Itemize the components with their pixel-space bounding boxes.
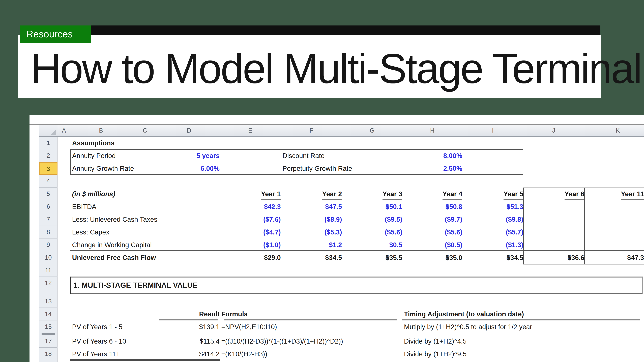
cell-I10[interactable]: $34.5 <box>462 251 529 264</box>
cell-G7[interactable]: ($9.5) <box>342 213 408 226</box>
cell-H7[interactable]: ($9.7) <box>402 213 468 226</box>
cell-B17-pv-6-10-label[interactable]: PV of Years 6 - 10 <box>70 335 133 348</box>
cell-K10-year11-ufcf[interactable]: $47.3 <box>584 251 644 264</box>
cell-D17-pv-6-10-result[interactable]: $115.4 <box>158 335 225 348</box>
cell-H6[interactable]: $50.8 <box>402 200 468 213</box>
cell-H17-pv-6-10-timing[interactable]: Divide by (1+H2)^4.5 <box>402 335 464 348</box>
cell-B7-taxes-label[interactable]: Less: Unlevered Cash Taxes <box>70 213 133 226</box>
cell-F2-discount-rate-label[interactable]: Discount Rate <box>281 149 344 162</box>
cell-I5-year5[interactable]: Year 5 <box>462 188 526 200</box>
cell-B9-wc-label[interactable]: Change in Working Capital <box>70 238 133 251</box>
cell-E15-pv-1-5-formula[interactable]: =NPV(H2,E10:I10) <box>220 320 282 333</box>
cell-J10-year6-ufcf[interactable]: $36.6 <box>523 251 590 264</box>
row-header-13[interactable]: 13 <box>39 295 58 308</box>
cell-B15-pv-1-5-label[interactable]: PV of Years 1 - 5 <box>70 320 133 333</box>
cell-K5-year11[interactable]: Year 11 <box>584 188 644 200</box>
cell-D2-annuity-period-value[interactable]: 5 years <box>158 149 226 162</box>
hidden-row-16-mark <box>42 333 55 334</box>
column-header-I[interactable]: I <box>462 125 524 136</box>
cell-D3-annuity-growth-value[interactable]: 6.00% <box>158 162 226 175</box>
cell-H18-pv-11-timing[interactable]: Divide by (1+H2)^9.5 <box>402 348 464 360</box>
cell-J5-year6[interactable]: Year 6 <box>523 188 587 200</box>
column-header-G[interactable]: G <box>342 125 402 136</box>
row-header-4[interactable]: 4 <box>39 175 58 188</box>
cell-E5-year1[interactable]: Year 1 <box>220 188 283 200</box>
cell-I9[interactable]: ($1.3) <box>462 238 529 251</box>
cell-F3-perpetuity-growth-label[interactable]: Perpetuity Growth Rate <box>281 162 344 175</box>
cell-E9[interactable]: ($1.0) <box>220 238 286 251</box>
cell-I6[interactable]: $51.3 <box>462 200 529 213</box>
cell-G6[interactable]: $50.1 <box>342 200 408 213</box>
column-header-C[interactable]: C <box>132 125 158 136</box>
formula-header-underline <box>224 319 397 320</box>
cell-H10[interactable]: $35.0 <box>402 251 468 264</box>
column-header-A[interactable]: A <box>58 125 70 136</box>
cell-H2-discount-rate-value[interactable]: 8.00% <box>402 149 468 162</box>
cell-B18-pv-11-label[interactable]: PV of Years 11+ <box>70 348 133 360</box>
cell-E10[interactable]: $29.0 <box>220 251 286 264</box>
row-header-15[interactable]: 15 <box>39 320 58 333</box>
sum-row-top-border <box>70 359 220 361</box>
select-all-corner[interactable] <box>39 125 58 136</box>
column-header-B[interactable]: B <box>70 125 132 136</box>
column-header-D[interactable]: D <box>158 125 220 136</box>
cell-I7[interactable]: ($9.8) <box>462 213 529 226</box>
row-header-12[interactable]: 12 <box>39 277 58 295</box>
cell-G5-year3[interactable]: Year 3 <box>342 188 405 200</box>
select-all-triangle-icon <box>50 129 56 135</box>
column-header-H[interactable]: H <box>402 125 462 136</box>
row-header-17[interactable]: 17 <box>39 335 58 348</box>
cell-B10-ufcf-label[interactable]: Unlevered Free Cash Flow <box>70 251 133 264</box>
cell-B3-annuity-growth-label[interactable]: Annuity Growth Rate <box>70 162 133 175</box>
row-header-3-selected[interactable]: 3 <box>39 162 58 175</box>
cell-F10[interactable]: $34.5 <box>281 251 348 264</box>
cell-E7[interactable]: ($7.6) <box>220 213 286 226</box>
cell-G8[interactable]: ($5.6) <box>342 226 408 238</box>
row-header-6[interactable]: 6 <box>39 200 58 213</box>
cell-G9[interactable]: $0.5 <box>342 238 408 251</box>
column-header-E[interactable]: E <box>220 125 281 136</box>
cell-H8[interactable]: ($5.6) <box>402 226 468 238</box>
column-header-J[interactable]: J <box>523 125 584 136</box>
cell-H9[interactable]: ($0.5) <box>402 238 468 251</box>
cell-E14-formula-header[interactable]: Formula <box>220 308 282 320</box>
cell-H3-perpetuity-growth-value[interactable]: 2.50% <box>402 162 468 175</box>
row-header-10[interactable]: 10 <box>39 251 58 264</box>
cell-H15-pv-1-5-timing[interactable]: Mutiply by (1+H2)^0.5 to adjust for 1/2 … <box>402 320 464 333</box>
cell-F6[interactable]: $47.5 <box>281 200 348 213</box>
cell-E18-pv-11-formula[interactable]: =(K10/(H2-H3)) <box>220 348 282 360</box>
cell-B2-annuity-period-label[interactable]: Annuity Period <box>70 149 133 162</box>
cell-D14-result-header[interactable]: Result <box>158 308 225 320</box>
cell-I8[interactable]: ($5.7) <box>462 226 529 238</box>
row-header-8[interactable]: 8 <box>39 226 58 238</box>
cell-H5-year4[interactable]: Year 4 <box>402 188 465 200</box>
clipped-next-row-value: $ <box>204 361 220 362</box>
resources-badge[interactable]: Resources <box>20 26 91 43</box>
cell-F8[interactable]: ($5.3) <box>281 226 348 238</box>
cell-D15-pv-1-5-result[interactable]: $139.1 <box>158 320 225 333</box>
cell-B8-capex-label[interactable]: Less: Capex <box>70 226 133 238</box>
cell-E17-pv-6-10-formula[interactable]: =((J10/(H2-D3))*(1-((1+D3)/(1+H2))^D2)) <box>220 335 282 348</box>
row-header-18[interactable]: 18 <box>39 348 58 360</box>
row-header-14[interactable]: 14 <box>39 308 58 320</box>
cell-F7[interactable]: ($8.9) <box>281 213 348 226</box>
row-header-7[interactable]: 7 <box>39 213 58 226</box>
cell-B6-ebitda-label[interactable]: EBITDA <box>70 200 133 213</box>
cell-G10[interactable]: $35.5 <box>342 251 408 264</box>
cell-B1-assumptions[interactable]: Assumptions <box>70 136 133 149</box>
cell-H14-timing-header[interactable]: Timing Adjustment (to valuation date) <box>402 308 464 320</box>
cell-F5-year2[interactable]: Year 2 <box>281 188 344 200</box>
row-header-2[interactable]: 2 <box>39 149 58 162</box>
cell-F9[interactable]: $1.2 <box>281 238 348 251</box>
row-header-11[interactable]: 11 <box>39 264 58 277</box>
row-header-5[interactable]: 5 <box>39 188 58 200</box>
cell-E8[interactable]: ($4.7) <box>220 226 286 238</box>
cell-E6[interactable]: $42.3 <box>220 200 286 213</box>
cell-D18-pv-11-result[interactable]: $414.2 <box>158 348 225 360</box>
column-header-F[interactable]: F <box>281 125 342 136</box>
column-header-K[interactable]: K <box>584 125 644 136</box>
row-header-1[interactable]: 1 <box>39 136 58 149</box>
excel-spreadsheet: A B C D E F G H I J K 1 2 3 4 5 6 7 8 9 … <box>30 115 644 362</box>
cell-B5-units[interactable]: (in $ millions) <box>70 188 133 200</box>
row-header-9[interactable]: 9 <box>39 238 58 251</box>
